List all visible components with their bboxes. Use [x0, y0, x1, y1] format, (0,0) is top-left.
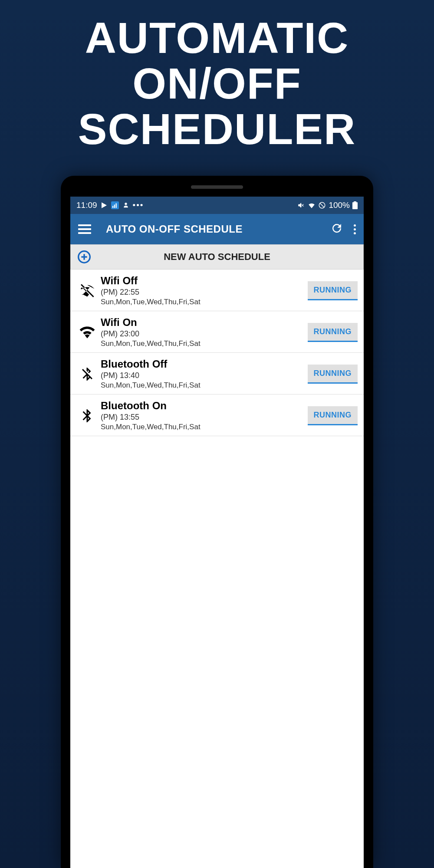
- schedule-time: (PM) 22:55: [101, 288, 308, 297]
- status-bar-right: 100%: [297, 201, 358, 210]
- svg-line-6: [320, 203, 325, 208]
- hero-title: AUTOMATIC ON/OFF SCHEDULER: [78, 15, 356, 152]
- schedule-days: Sun,Mon,Tue,Wed,Thu,Fri,Sat: [101, 423, 308, 431]
- app-icon: [122, 202, 129, 209]
- list-item[interactable]: Bluetooth On (PM) 13:55 Sun,Mon,Tue,Wed,…: [70, 395, 364, 436]
- list-item[interactable]: Wifi On (PM) 23:00 Sun,Mon,Tue,Wed,Thu,F…: [70, 311, 364, 353]
- menu-button[interactable]: [78, 224, 91, 234]
- schedule-days: Sun,Mon,Tue,Wed,Thu,Fri,Sat: [101, 298, 308, 306]
- list-item-body: Bluetooth On (PM) 13:55 Sun,Mon,Tue,Wed,…: [98, 400, 308, 431]
- status-button[interactable]: RUNNING: [308, 323, 358, 342]
- hero-line-3: SCHEDULER: [78, 106, 356, 152]
- status-button[interactable]: RUNNING: [308, 365, 358, 384]
- status-button[interactable]: RUNNING: [308, 281, 358, 300]
- new-schedule-button[interactable]: NEW AUTO SCHEDULE: [70, 244, 364, 270]
- schedule-title: Bluetooth On: [101, 400, 308, 412]
- new-schedule-label: NEW AUTO SCHEDULE: [98, 251, 363, 263]
- list-item[interactable]: Bluetooth Off (PM) 13:40 Sun,Mon,Tue,Wed…: [70, 353, 364, 395]
- app-bar: AUTO ON-OFF SCHEDULE: [70, 214, 364, 244]
- bluetooth-on-icon: [76, 408, 98, 424]
- svg-rect-7: [352, 202, 358, 209]
- phone-speaker: [191, 185, 243, 189]
- battery-icon: [352, 201, 358, 209]
- hero-line-2: ON/OFF: [78, 61, 356, 106]
- bluetooth-off-icon: [76, 366, 98, 382]
- mute-icon: [297, 201, 305, 209]
- schedule-title: Bluetooth Off: [101, 358, 308, 370]
- svg-rect-3: [115, 204, 116, 208]
- wifi-icon: [308, 201, 316, 209]
- no-signal-icon: [318, 201, 326, 209]
- status-bar-left: 11:09 •••: [76, 201, 144, 210]
- status-time: 11:09: [76, 201, 97, 210]
- app-title: AUTO ON-OFF SCHEDULE: [106, 223, 330, 235]
- svg-rect-8: [354, 201, 356, 203]
- list-item-body: Wifi Off (PM) 22:55 Sun,Mon,Tue,Wed,Thu,…: [98, 275, 308, 306]
- add-icon: [71, 250, 98, 264]
- phone-frame: 11:09 •••: [61, 176, 373, 868]
- wifi-on-icon: [76, 325, 98, 340]
- more-button[interactable]: [354, 224, 356, 234]
- battery-percent: 100%: [329, 201, 350, 210]
- schedule-time: (PM) 13:55: [101, 413, 308, 422]
- play-store-icon: [101, 202, 108, 209]
- list-item-body: Bluetooth Off (PM) 13:40 Sun,Mon,Tue,Wed…: [98, 358, 308, 390]
- schedule-time: (PM) 13:40: [101, 371, 308, 380]
- phone-screen: 11:09 •••: [70, 197, 364, 868]
- status-button[interactable]: RUNNING: [308, 406, 358, 425]
- hero-line-1: AUTOMATIC: [78, 15, 356, 61]
- list-item-body: Wifi On (PM) 23:00 Sun,Mon,Tue,Wed,Thu,F…: [98, 316, 308, 348]
- schedule-title: Wifi On: [101, 316, 308, 329]
- schedule-title: Wifi Off: [101, 275, 308, 287]
- svg-point-4: [125, 203, 127, 205]
- svg-rect-1: [112, 206, 113, 208]
- svg-rect-2: [114, 205, 115, 208]
- schedule-days: Sun,Mon,Tue,Wed,Thu,Fri,Sat: [101, 339, 308, 348]
- status-bar: 11:09 •••: [70, 197, 364, 214]
- schedule-days: Sun,Mon,Tue,Wed,Thu,Fri,Sat: [101, 381, 308, 390]
- list-item[interactable]: Wifi Off (PM) 22:55 Sun,Mon,Tue,Wed,Thu,…: [70, 270, 364, 311]
- refresh-button[interactable]: [330, 222, 343, 237]
- more-notifications-icon: •••: [133, 201, 144, 210]
- wifi-off-icon: [76, 283, 98, 299]
- chart-icon: [111, 201, 119, 209]
- schedule-time: (PM) 23:00: [101, 329, 308, 339]
- schedule-list: Wifi Off (PM) 22:55 Sun,Mon,Tue,Wed,Thu,…: [70, 270, 364, 436]
